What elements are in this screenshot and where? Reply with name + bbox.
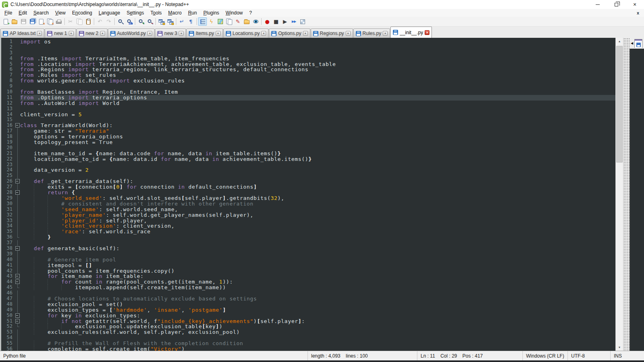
menu-bar-close-x[interactable]: x	[637, 10, 644, 15]
code-text[interactable]	[20, 84, 615, 89]
code-text[interactable]	[20, 251, 615, 257]
tab-close-icon[interactable]: ×	[425, 30, 429, 35]
fold-toggle-box[interactable]	[15, 190, 20, 195]
code-text[interactable]: 'world_seed': self.world.slot_seeds[self…	[20, 195, 615, 201]
code-text[interactable]: data_version = 2	[20, 167, 615, 173]
code-text[interactable]: return {	[20, 190, 615, 195]
close-all-icon[interactable]: ×	[45, 17, 54, 26]
code-text[interactable]	[20, 145, 615, 151]
tab-close-icon[interactable]: ×	[69, 31, 74, 36]
code-text[interactable]	[20, 290, 615, 296]
code-text[interactable]: def _get_terraria_data(self):	[20, 179, 615, 184]
record-macro-icon[interactable]: ●	[263, 17, 272, 26]
code-text[interactable]	[20, 173, 615, 179]
tab-close-icon[interactable]: ×	[147, 31, 152, 36]
menu-item-tools[interactable]: Tools	[147, 9, 165, 16]
close-file-icon[interactable]: ×	[37, 17, 45, 26]
menu-item-run[interactable]: Run	[185, 9, 200, 16]
secondary-editor[interactable]	[630, 49, 644, 351]
code-text[interactable]: itempool = []	[20, 263, 615, 268]
code-text[interactable]: from BaseClasses import Region, Entrance…	[20, 89, 615, 95]
sync-vertical-scroll-icon[interactable]	[157, 17, 166, 26]
code-text[interactable]: # consistent and doesn't interfere with …	[20, 201, 615, 207]
menu-item-settings[interactable]: Settings	[123, 9, 147, 16]
document-list-icon[interactable]	[225, 17, 233, 26]
folder-as-workspace-icon[interactable]	[242, 17, 251, 26]
code-text[interactable]: options = terraria_options	[20, 134, 615, 140]
code-text[interactable]: exclusion_rules(self.world, self.player,…	[20, 329, 615, 335]
tab-rules.py[interactable]: Rules.py×	[353, 29, 390, 38]
code-text[interactable]: from .Rules import set_rules	[20, 72, 615, 78]
tab-ap-ideas.txt[interactable]: AP Ideas.txt×	[0, 29, 44, 38]
code-text[interactable]: for count in range(pool_counts.get(item_…	[20, 279, 615, 285]
code-text[interactable]: 'client_version': client_version,	[20, 223, 615, 229]
new-file-icon[interactable]: +	[1, 17, 10, 26]
code-text[interactable]: # Generate item pool	[20, 257, 615, 263]
tab-locations.py[interactable]: Locations.py×	[223, 29, 268, 38]
code-text[interactable]: 'player_name': self.world.get_player_nam…	[20, 212, 615, 218]
vertical-scrollbar[interactable]: ▲ ▼	[615, 38, 623, 351]
code-text[interactable]: for item_name in item_table:	[20, 274, 615, 279]
code-text[interactable]: from .Items import TerrariaItem, item_ta…	[20, 56, 615, 62]
menu-item-language[interactable]: Language	[95, 9, 123, 16]
code-text[interactable]: # Choose locations to automatically excl…	[20, 296, 615, 302]
zoom-in-icon[interactable]: +	[136, 17, 145, 26]
code-text[interactable]: def generate_basic(self):	[20, 246, 615, 251]
tab-close-icon[interactable]: ×	[383, 31, 388, 36]
save-icon[interactable]	[19, 17, 28, 26]
paste-icon[interactable]	[84, 17, 93, 26]
code-text[interactable]: itempool.append(self.create_item(item_na…	[20, 285, 615, 290]
undo-icon[interactable]: ↶	[95, 17, 104, 26]
tab-new-2[interactable]: new 2×	[76, 29, 107, 38]
word-wrap-icon[interactable]: ↵	[178, 17, 186, 26]
fold-toggle-box[interactable]	[15, 279, 20, 285]
view-splitter[interactable]	[623, 38, 630, 351]
menu-item-search[interactable]: Search	[30, 9, 52, 16]
save-macro-icon[interactable]	[298, 17, 307, 26]
show-indent-guide-icon[interactable]	[198, 17, 207, 26]
tab-items.py[interactable]: Items.py×	[186, 29, 223, 38]
code-text[interactable]: class TerrariaWorld(World):	[20, 123, 615, 128]
menu-item-view[interactable]: View	[52, 9, 69, 16]
secondary-tab[interactable]	[634, 39, 642, 48]
show-all-characters-icon[interactable]: ¶	[186, 17, 195, 26]
code-text[interactable]: exclusion_types = ['hardmode', 'insane',…	[20, 307, 615, 313]
fold-toggle-box[interactable]	[15, 123, 20, 128]
open-file-icon[interactable]	[10, 17, 19, 26]
code-text[interactable]: from .Options import terraria_options	[20, 95, 615, 101]
code-text[interactable]: }	[20, 234, 615, 240]
tab-close-icon[interactable]: ×	[216, 31, 221, 36]
minimize-button[interactable]	[588, 0, 607, 9]
save-all-icon[interactable]	[28, 17, 37, 26]
tab-scroll-left-icon[interactable]: ◀	[631, 41, 633, 45]
tab-new-1[interactable]: new 1×	[45, 29, 76, 38]
code-text[interactable]: from ..AutoWorld import World	[20, 101, 615, 106]
copy-icon[interactable]	[75, 17, 84, 26]
code-text[interactable]: 'seed_name': self.world.seed_name,	[20, 207, 615, 212]
function-list-icon[interactable]: ϟ	[207, 17, 216, 26]
fold-toggle-box[interactable]	[15, 246, 20, 251]
run-macro-multiple-icon[interactable]: ▶▶	[289, 17, 298, 26]
code-text[interactable]	[20, 50, 615, 56]
code-text[interactable]: topology_present = True	[20, 140, 615, 145]
code-text[interactable]	[20, 106, 615, 112]
code-text[interactable]: exits = [connection[0] for connection in…	[20, 184, 615, 190]
zoom-out-icon[interactable]: −	[145, 17, 154, 26]
replace-icon[interactable]: ab	[125, 17, 134, 26]
code-text[interactable]: exclusion_pool = set()	[20, 302, 615, 307]
code-text[interactable]	[20, 162, 615, 168]
tab-close-icon[interactable]: ×	[346, 31, 351, 36]
code-text[interactable]	[20, 335, 615, 341]
redo-icon[interactable]: ↷	[104, 17, 113, 26]
code-text[interactable]: pool_counts = item_frequencies.copy()	[20, 268, 615, 274]
code-text[interactable]: 'race': self.world.is_race	[20, 229, 615, 234]
code-text[interactable]	[20, 240, 615, 246]
menu-item-plugins[interactable]: Plugins	[200, 9, 222, 16]
tab-options.py[interactable]: Options.py×	[269, 29, 310, 38]
tab-close-icon[interactable]: ×	[179, 31, 184, 36]
code-text[interactable]: location_name_to_id = {name: data.id for…	[20, 156, 615, 162]
menu-item-file[interactable]: File	[1, 9, 15, 16]
code-editor[interactable]: 1import os234from .Items import Terraria…	[1, 38, 615, 351]
close-button[interactable]: ×	[625, 0, 644, 9]
fold-toggle-box[interactable]	[15, 313, 20, 319]
